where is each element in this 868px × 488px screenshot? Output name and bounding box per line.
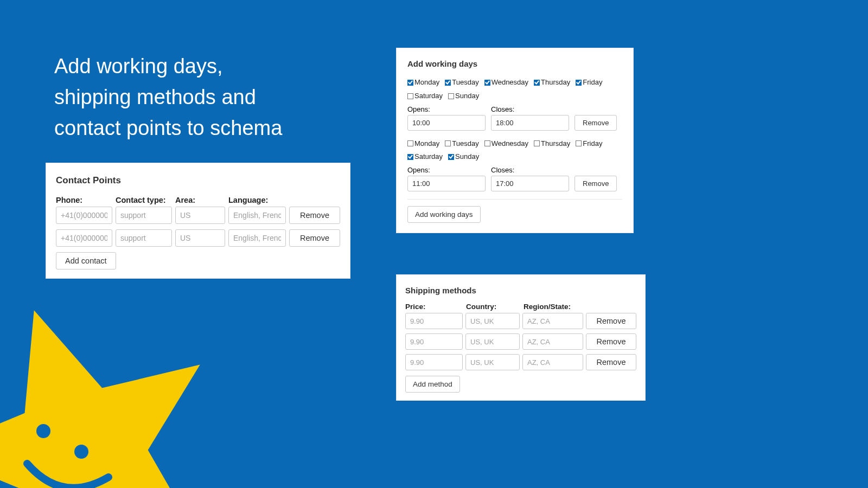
region-input[interactable] xyxy=(522,333,583,350)
shipping-methods-title: Shipping methods xyxy=(405,286,636,295)
day-label: Sunday xyxy=(455,151,479,163)
remove-working-days-button[interactable]: Remove xyxy=(575,115,617,131)
day-label: Thursday xyxy=(541,77,570,88)
price-input[interactable] xyxy=(405,333,463,350)
phone-input[interactable] xyxy=(56,229,112,247)
working-days-group: MondayTuesdayWednesdayThursdayFridaySatu… xyxy=(407,138,622,192)
contact-type-input[interactable] xyxy=(116,207,172,224)
header-phone: Phone: xyxy=(56,196,112,204)
day-checkbox-friday[interactable]: Friday xyxy=(576,77,602,88)
remove-contact-button[interactable]: Remove xyxy=(289,229,340,247)
day-label: Tuesday xyxy=(452,77,478,88)
day-checkbox-thursday[interactable]: Thursday xyxy=(534,138,570,150)
day-checkbox-saturday[interactable]: Saturday xyxy=(407,151,443,163)
phone-input[interactable] xyxy=(56,207,112,224)
shipping-row: Remove xyxy=(405,333,636,350)
contact-type-input[interactable] xyxy=(116,229,172,247)
checkbox-icon xyxy=(407,140,413,146)
headline-line-1: Add working days, xyxy=(54,51,282,82)
remove-method-button[interactable]: Remove xyxy=(586,354,636,370)
contact-points-panel: Contact Points Phone: Contact type: Area… xyxy=(46,163,350,279)
region-input[interactable] xyxy=(522,313,583,329)
shipping-headers: Price: Country: Region/State: xyxy=(405,303,636,311)
header-country: Country: xyxy=(466,303,520,311)
remove-working-days-button[interactable]: Remove xyxy=(575,176,617,191)
add-working-days-button[interactable]: Add working days xyxy=(407,206,481,223)
closes-label: Closes: xyxy=(491,166,514,174)
shipping-row: Remove xyxy=(405,354,636,370)
closes-input[interactable] xyxy=(491,115,569,131)
add-contact-button[interactable]: Add contact xyxy=(56,252,116,269)
day-checkbox-saturday[interactable]: Saturday xyxy=(407,91,443,102)
day-label: Thursday xyxy=(541,138,570,150)
remove-contact-button[interactable]: Remove xyxy=(289,207,340,224)
remove-method-button[interactable]: Remove xyxy=(586,313,636,329)
headline-line-2: shipping methods and xyxy=(54,82,282,113)
checkbox-icon xyxy=(484,140,490,146)
opens-closes-row: Remove xyxy=(407,176,622,191)
checkbox-icon xyxy=(448,154,454,160)
star-mascot-icon xyxy=(0,298,217,488)
country-input[interactable] xyxy=(465,333,520,350)
opens-closes-labels: Opens:Closes: xyxy=(407,166,622,174)
closes-input[interactable] xyxy=(491,176,569,191)
day-checkbox-monday[interactable]: Monday xyxy=(407,138,439,150)
day-checkbox-row: MondayTuesdayWednesdayThursdayFridaySatu… xyxy=(407,77,622,102)
checkbox-icon xyxy=(534,80,540,86)
price-input[interactable] xyxy=(405,313,463,329)
contact-row: Remove xyxy=(56,207,340,224)
day-checkbox-wednesday[interactable]: Wednesday xyxy=(484,138,528,150)
day-checkbox-thursday[interactable]: Thursday xyxy=(534,77,570,88)
contact-row: Remove xyxy=(56,229,340,247)
language-input[interactable] xyxy=(228,229,286,247)
working-days-title: Add working days xyxy=(407,59,622,68)
opens-input[interactable] xyxy=(407,115,486,131)
region-input[interactable] xyxy=(522,354,583,370)
day-label: Saturday xyxy=(414,91,443,102)
day-checkbox-monday[interactable]: Monday xyxy=(407,77,439,88)
shipping-row: Remove xyxy=(405,313,636,329)
contact-points-headers: Phone: Contact type: Area: Language: xyxy=(56,196,340,204)
day-checkbox-sunday[interactable]: Sunday xyxy=(448,151,479,163)
price-input[interactable] xyxy=(405,354,463,370)
day-label: Friday xyxy=(583,77,602,88)
opens-input[interactable] xyxy=(407,176,486,191)
contact-points-title: Contact Points xyxy=(56,175,340,186)
working-days-panel: Add working days MondayTuesdayWednesdayT… xyxy=(396,48,634,233)
checkbox-icon xyxy=(576,140,582,146)
language-input[interactable] xyxy=(228,207,286,224)
country-input[interactable] xyxy=(465,313,520,329)
opens-closes-row: Remove xyxy=(407,115,622,131)
area-input[interactable] xyxy=(175,207,225,224)
checkbox-icon xyxy=(484,80,490,86)
header-region: Region/State: xyxy=(524,303,584,311)
day-label: Monday xyxy=(414,77,439,88)
day-label: Wednesday xyxy=(492,138,528,150)
checkbox-icon xyxy=(576,80,582,86)
area-input[interactable] xyxy=(175,229,225,247)
checkbox-icon xyxy=(407,93,413,99)
header-language: Language: xyxy=(228,196,286,204)
checkbox-icon xyxy=(534,140,540,146)
svg-point-0 xyxy=(36,424,50,438)
add-method-button[interactable]: Add method xyxy=(405,376,460,393)
page-headline: Add working days, shipping methods and c… xyxy=(54,51,282,144)
day-checkbox-friday[interactable]: Friday xyxy=(576,138,602,150)
remove-method-button[interactable]: Remove xyxy=(586,333,636,350)
checkbox-icon xyxy=(407,154,413,160)
header-area: Area: xyxy=(175,196,225,204)
day-label: Friday xyxy=(583,138,602,150)
day-checkbox-sunday[interactable]: Sunday xyxy=(448,91,479,102)
day-checkbox-tuesday[interactable]: Tuesday xyxy=(445,77,478,88)
country-input[interactable] xyxy=(465,354,520,370)
divider xyxy=(407,199,622,200)
day-label: Tuesday xyxy=(452,138,478,150)
day-checkbox-row: MondayTuesdayWednesdayThursdayFridaySatu… xyxy=(407,138,622,163)
headline-line-3: contact points to schema xyxy=(54,113,282,144)
opens-label: Opens: xyxy=(407,166,486,174)
working-days-group: MondayTuesdayWednesdayThursdayFridaySatu… xyxy=(407,77,622,131)
day-checkbox-tuesday[interactable]: Tuesday xyxy=(445,138,478,150)
day-label: Wednesday xyxy=(492,77,528,88)
day-checkbox-wednesday[interactable]: Wednesday xyxy=(484,77,528,88)
opens-label: Opens: xyxy=(407,105,486,113)
